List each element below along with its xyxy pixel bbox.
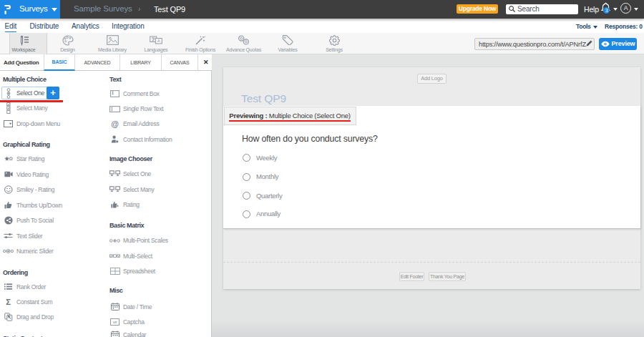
svg-text:A: A (157, 39, 160, 43)
svg-text:vx: vx (113, 320, 117, 324)
